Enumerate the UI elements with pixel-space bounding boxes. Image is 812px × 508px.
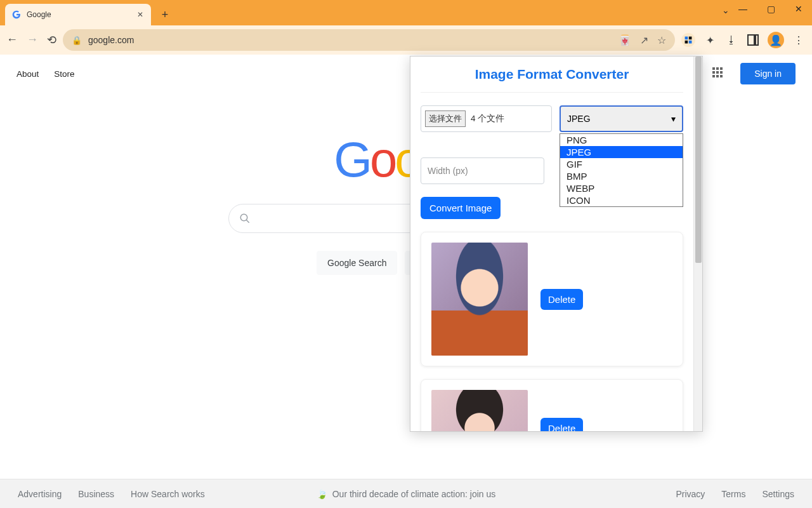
footer-business[interactable]: Business (78, 489, 114, 499)
side-panel-icon[interactable] (746, 33, 760, 47)
delete-button[interactable]: Delete (540, 418, 583, 432)
back-icon[interactable]: ← (6, 33, 18, 47)
svg-rect-3 (689, 37, 692, 40)
footer-privacy[interactable]: Privacy (676, 489, 705, 499)
format-option-icon[interactable]: ICON (560, 194, 683, 206)
convert-button[interactable]: Convert Image (421, 197, 501, 219)
extension-icons: ✦ ⭳ 👤 ⋮ (681, 32, 806, 48)
google-footer: Advertising Business How Search works 🍃 … (0, 479, 812, 508)
forward-icon: → (27, 33, 38, 47)
svg-rect-2 (689, 41, 692, 44)
footer-carbon[interactable]: 🍃 Our third decade of climate action: jo… (317, 489, 496, 499)
scrollbar[interactable] (693, 57, 702, 431)
format-select[interactable]: JPEG ▾ PNG JPEG GIF BMP WEBP ICON (560, 105, 683, 132)
maximize-icon[interactable]: ▢ (763, 4, 779, 14)
signin-button[interactable]: Sign in (740, 63, 796, 84)
extension-popup: Image Format Converter 选择文件 4 个文件 JPEG ▾… (410, 56, 703, 432)
file-choose-button[interactable]: 选择文件 (425, 110, 466, 127)
share-icon[interactable]: ↗ (640, 34, 648, 46)
lock-icon: 🔒 (72, 36, 82, 45)
converter-extension-icon[interactable] (681, 33, 695, 47)
format-option-gif[interactable]: GIF (560, 158, 683, 170)
format-option-bmp[interactable]: BMP (560, 170, 683, 182)
browser-chrome: Google ✕ + ⌄ — ▢ ✕ ← → ⟲ 🔒 google.com 🀄 … (0, 0, 812, 55)
close-window-icon[interactable]: ✕ (790, 4, 807, 14)
image-card: Delete (421, 379, 683, 431)
profile-avatar-icon[interactable]: 👤 (768, 32, 784, 48)
browser-tab[interactable]: Google ✕ (5, 4, 151, 25)
file-status: 4 个文件 (471, 113, 504, 124)
delete-button[interactable]: Delete (540, 289, 583, 310)
google-search-button[interactable]: Google Search (317, 251, 397, 275)
extension-title: Image Format Converter (421, 67, 683, 93)
format-selected: JPEG (567, 114, 591, 124)
extensions-icon[interactable]: ✦ (703, 33, 717, 47)
leaf-icon: 🍃 (317, 489, 327, 499)
google-apps-icon[interactable] (712, 67, 725, 80)
menu-icon[interactable]: ⋮ (792, 33, 806, 47)
svg-line-6 (246, 220, 249, 223)
nav-about[interactable]: About (16, 69, 39, 79)
footer-terms[interactable]: Terms (721, 489, 745, 499)
svg-rect-4 (685, 41, 688, 44)
image-thumbnail (431, 390, 528, 431)
toolbar: ← → ⟲ 🔒 google.com 🀄 ↗ ☆ ✦ ⭳ 👤 ⋮ (0, 25, 812, 55)
translate-icon[interactable]: 🀄 (619, 34, 631, 46)
nav-icons: ← → ⟲ (6, 33, 56, 47)
format-dropdown: PNG JPEG GIF BMP WEBP ICON (560, 133, 683, 207)
google-favicon-icon (11, 10, 22, 20)
svg-rect-1 (685, 37, 688, 40)
footer-settings[interactable]: Settings (762, 489, 794, 499)
format-option-jpeg[interactable]: JPEG (560, 146, 683, 158)
url-text: google.com (88, 35, 134, 45)
address-bar[interactable]: 🔒 google.com 🀄 ↗ ☆ (63, 29, 675, 51)
footer-advertising[interactable]: Advertising (18, 489, 62, 499)
scrollbar-thumb[interactable] (695, 57, 702, 263)
svg-point-5 (240, 214, 247, 221)
format-option-png[interactable]: PNG (560, 134, 683, 146)
bookmark-icon[interactable]: ☆ (657, 34, 666, 46)
file-input[interactable]: 选择文件 4 个文件 (421, 105, 552, 132)
downloads-icon[interactable]: ⭳ (724, 33, 738, 47)
image-thumbnail (431, 243, 528, 356)
close-icon[interactable]: ✕ (136, 10, 145, 19)
window-controls: — ▢ ✕ (735, 4, 807, 14)
new-tab-button[interactable]: + (156, 6, 174, 23)
tab-bar: Google ✕ + ⌄ — ▢ ✕ (0, 0, 812, 25)
format-option-webp[interactable]: WEBP (560, 182, 683, 194)
minimize-icon[interactable]: — (735, 4, 751, 14)
nav-store[interactable]: Store (54, 69, 74, 79)
footer-how[interactable]: How Search works (131, 489, 205, 499)
chevron-down-icon: ▾ (671, 114, 676, 124)
width-placeholder: Width (px) (428, 166, 468, 176)
image-card: Delete (421, 232, 683, 366)
search-icon (239, 213, 251, 224)
footer-carbon-text: Our third decade of climate action: join… (332, 489, 496, 499)
reload-icon[interactable]: ⟲ (47, 33, 56, 47)
tab-title: Google (27, 10, 131, 19)
chevron-down-icon[interactable]: ⌄ (722, 5, 730, 15)
width-input[interactable]: Width (px) (421, 157, 544, 184)
